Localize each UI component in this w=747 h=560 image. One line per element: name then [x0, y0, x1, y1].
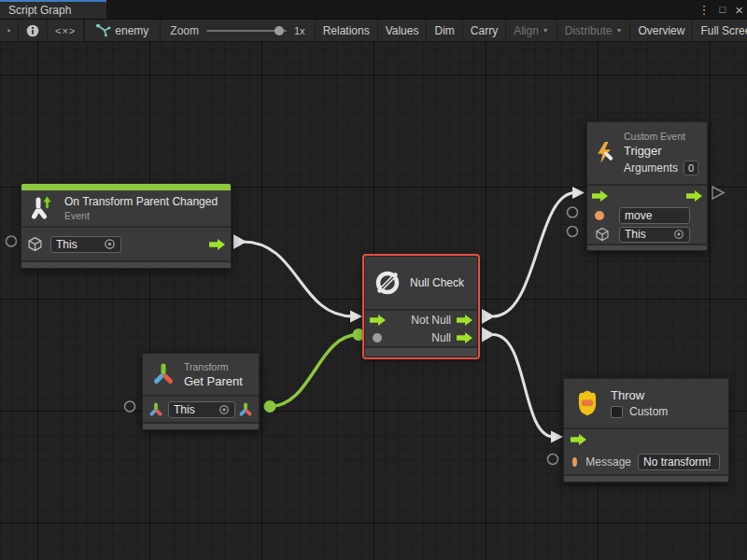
distribute-caret-icon: ▼: [615, 27, 622, 34]
target-value: This: [625, 228, 669, 241]
message-label: Message: [585, 455, 631, 469]
event-accent-bar: [21, 184, 231, 190]
node-footer: [143, 422, 259, 429]
wire-null-to-throw[interactable]: [493, 335, 554, 438]
tab-script-graph[interactable]: Script Graph: [0, 0, 106, 19]
wire-getparent-to-nullcheck-value[interactable]: [270, 335, 359, 407]
dim-label: Dim: [434, 24, 454, 37]
custom-event-icon: [596, 137, 615, 169]
fullscreen-button[interactable]: Full Screen: [693, 20, 747, 41]
node-trigger-custom-event[interactable]: Custom Event Trigger Arguments 0: [586, 121, 708, 251]
values-button[interactable]: Values: [378, 20, 428, 41]
close-icon[interactable]: ×: [735, 3, 743, 17]
object-picker-icon[interactable]: [104, 238, 116, 250]
node-title: On Transform Parent Changed: [64, 195, 218, 208]
node-category: Custom Event: [624, 131, 698, 142]
wire-source-arrow-null[interactable]: [482, 328, 495, 343]
custom-checkbox-label: Custom: [629, 405, 668, 418]
null-output-arrow-icon[interactable]: [457, 332, 472, 343]
target-value: This: [56, 238, 100, 251]
node-on-transform-parent-changed[interactable]: On Transform Parent Changed Event This: [21, 183, 232, 269]
gameobject-cube-icon: [27, 236, 43, 252]
transform-event-icon: [30, 195, 56, 221]
graph-canvas[interactable]: On Transform Parent Changed Event This: [0, 42, 747, 560]
target-object-field[interactable]: This: [50, 236, 121, 253]
dim-button[interactable]: Dim: [427, 20, 462, 41]
graph-asset-button[interactable]: enemy: [85, 20, 160, 41]
event-name-field[interactable]: [619, 207, 690, 224]
zoom-slider[interactable]: [206, 30, 287, 32]
info-icon: [26, 24, 39, 37]
overview-label: Overview: [638, 24, 684, 37]
message-field[interactable]: [638, 454, 720, 470]
node-category: Transform: [184, 361, 243, 372]
graph-toolbar: <×> enemy Zoom 1x Relations Values Dim C…: [0, 19, 747, 42]
not-null-port-label: Not Null: [411, 314, 451, 327]
arguments-label: Arguments: [624, 161, 678, 175]
target-object-field[interactable]: This: [619, 227, 690, 243]
null-port-label: Null: [431, 331, 451, 344]
node-throw[interactable]: Throw Custom Message: [563, 378, 729, 483]
value-input-port[interactable]: [373, 333, 382, 343]
overview-button[interactable]: Overview: [630, 20, 693, 41]
wire-end-arrow-trigger-in[interactable]: [572, 187, 585, 199]
not-null-output-arrow-icon[interactable]: [457, 315, 472, 326]
maximize-icon[interactable]: □: [720, 5, 726, 15]
exec-input-arrow-icon[interactable]: [571, 434, 586, 445]
node-subtitle: Event: [64, 210, 218, 221]
distribute-label: Distribute: [565, 24, 613, 37]
node-null-check[interactable]: Null Check Not Null Null: [364, 256, 478, 357]
port-triangle-customevent-out[interactable]: [712, 187, 724, 199]
exec-input-arrow-icon[interactable]: [370, 315, 386, 326]
info-button[interactable]: [19, 20, 48, 41]
gameobject-cube-icon: [595, 227, 610, 242]
null-check-icon: [374, 269, 402, 297]
lock-icon: [7, 24, 10, 36]
transform-output-port-icon[interactable]: [238, 402, 253, 417]
wire-notnull-to-trigger[interactable]: [493, 193, 575, 317]
node-get-parent[interactable]: Transform Get Parent This: [142, 353, 260, 430]
align-button[interactable]: Align ▼: [506, 20, 557, 41]
wire-dot-nullcheck-value-in[interactable]: [353, 329, 365, 341]
node-title: Trigger: [624, 144, 698, 158]
object-picker-icon[interactable]: [218, 404, 230, 415]
code-icon: <×>: [55, 25, 76, 36]
arguments-count-field[interactable]: 0: [684, 161, 698, 175]
align-label: Align: [514, 24, 539, 37]
transform-port-icon[interactable]: [148, 402, 163, 417]
wire-event-to-nullcheck[interactable]: [243, 242, 353, 316]
relations-button[interactable]: Relations: [315, 20, 378, 41]
wire-source-arrow-notnull[interactable]: [482, 309, 495, 324]
port-ring-ontransform-target[interactable]: [7, 236, 17, 246]
port-ring-throw-message[interactable]: [548, 455, 558, 465]
object-picker-icon[interactable]: [673, 229, 684, 240]
zoom-slider-knob[interactable]: [275, 26, 284, 35]
lock-button[interactable]: [0, 20, 19, 41]
carry-button[interactable]: Carry: [463, 20, 506, 41]
wire-end-arrow-nullcheck-in[interactable]: [350, 311, 362, 323]
align-caret-icon: ▼: [543, 27, 549, 34]
port-ring-getparent-target[interactable]: [125, 401, 135, 412]
value-port-name[interactable]: [595, 211, 604, 220]
message-port[interactable]: [572, 457, 577, 467]
distribute-button[interactable]: Distribute ▼: [557, 20, 631, 41]
port-ring-customevent-target[interactable]: [568, 227, 578, 237]
wire-dot-getparent-out[interactable]: [264, 400, 276, 413]
exec-input-arrow-icon[interactable]: [592, 190, 608, 202]
relations-label: Relations: [323, 24, 370, 37]
kebab-menu-icon[interactable]: ⋮: [698, 4, 711, 16]
custom-checkbox[interactable]: [611, 406, 623, 418]
values-label: Values: [386, 24, 419, 37]
port-ring-customevent-name[interactable]: [568, 207, 578, 217]
exec-output-arrow-icon[interactable]: [209, 239, 225, 250]
carry-label: Carry: [471, 24, 498, 37]
wire-source-arrow-event[interactable]: [233, 234, 247, 249]
code-view-button[interactable]: <×>: [48, 20, 84, 41]
zoom-label: Zoom: [170, 24, 199, 37]
transform-icon: [151, 362, 176, 386]
wire-end-arrow-throw-in[interactable]: [551, 431, 563, 443]
graph-name-label: enemy: [115, 24, 148, 37]
target-object-field[interactable]: This: [168, 401, 235, 418]
exec-output-arrow-icon[interactable]: [686, 190, 702, 202]
graph-asset-icon: [96, 24, 111, 37]
